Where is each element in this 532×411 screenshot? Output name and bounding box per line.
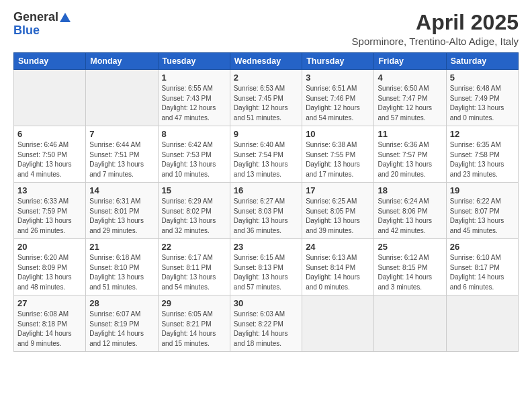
day-number: 13 — [17, 185, 82, 195]
day-info: Sunrise: 6:22 AM Sunset: 8:07 PM Dayligh… — [450, 197, 515, 236]
day-info: Sunrise: 6:18 AM Sunset: 8:10 PM Dayligh… — [89, 253, 154, 292]
logo-general-text: General — [13, 11, 58, 24]
day-info: Sunrise: 6:51 AM Sunset: 7:46 PM Dayligh… — [306, 84, 370, 123]
day-info: Sunrise: 6:25 AM Sunset: 8:05 PM Dayligh… — [306, 197, 370, 236]
calendar-cell: 1Sunrise: 6:55 AM Sunset: 7:43 PM Daylig… — [158, 70, 230, 126]
day-info: Sunrise: 6:50 AM Sunset: 7:47 PM Dayligh… — [378, 84, 442, 123]
calendar-cell: 7Sunrise: 6:44 AM Sunset: 7:51 PM Daylig… — [86, 126, 158, 183]
calendar-cell: 6Sunrise: 6:46 AM Sunset: 7:50 PM Daylig… — [14, 126, 86, 183]
day-info: Sunrise: 6:03 AM Sunset: 8:22 PM Dayligh… — [234, 310, 298, 349]
calendar-cell: 19Sunrise: 6:22 AM Sunset: 8:07 PM Dayli… — [446, 183, 518, 239]
day-info: Sunrise: 6:07 AM Sunset: 8:19 PM Dayligh… — [89, 310, 154, 349]
logo: General Blue — [13, 11, 71, 38]
day-number: 15 — [162, 185, 226, 195]
calendar-week-2: 13Sunrise: 6:33 AM Sunset: 7:59 PM Dayli… — [14, 183, 519, 239]
day-number: 7 — [89, 129, 154, 139]
col-sunday: Sunday — [14, 53, 86, 70]
day-number: 18 — [378, 185, 442, 195]
day-number: 4 — [378, 73, 442, 83]
day-info: Sunrise: 6:05 AM Sunset: 8:21 PM Dayligh… — [162, 310, 226, 349]
calendar-cell — [446, 295, 518, 352]
day-number: 8 — [162, 129, 226, 139]
calendar-cell: 11Sunrise: 6:36 AM Sunset: 7:57 PM Dayli… — [374, 126, 446, 183]
calendar-subtitle: Sporminore, Trentino-Alto Adige, Italy — [352, 36, 519, 47]
day-number: 25 — [378, 242, 442, 252]
calendar-cell: 15Sunrise: 6:29 AM Sunset: 8:02 PM Dayli… — [158, 183, 230, 239]
calendar-header: Sunday Monday Tuesday Wednesday Thursday… — [14, 53, 519, 70]
calendar-cell: 23Sunrise: 6:15 AM Sunset: 8:13 PM Dayli… — [230, 239, 302, 295]
calendar-cell: 28Sunrise: 6:07 AM Sunset: 8:19 PM Dayli… — [86, 295, 158, 352]
day-info: Sunrise: 6:27 AM Sunset: 8:03 PM Dayligh… — [234, 197, 298, 236]
day-number: 10 — [306, 129, 370, 139]
day-number: 26 — [450, 242, 515, 252]
calendar-cell: 25Sunrise: 6:12 AM Sunset: 8:15 PM Dayli… — [374, 239, 446, 295]
day-number: 6 — [17, 129, 82, 139]
calendar-table: Sunday Monday Tuesday Wednesday Thursday… — [13, 52, 519, 352]
logo-triangle-icon — [60, 13, 71, 22]
day-info: Sunrise: 6:46 AM Sunset: 7:50 PM Dayligh… — [17, 140, 82, 179]
calendar-week-4: 27Sunrise: 6:08 AM Sunset: 8:18 PM Dayli… — [14, 295, 519, 352]
day-number: 23 — [234, 242, 298, 252]
calendar-week-0: 1Sunrise: 6:55 AM Sunset: 7:43 PM Daylig… — [14, 70, 519, 126]
day-info: Sunrise: 6:15 AM Sunset: 8:13 PM Dayligh… — [234, 253, 298, 292]
calendar-cell: 3Sunrise: 6:51 AM Sunset: 7:46 PM Daylig… — [302, 70, 374, 126]
calendar-cell: 29Sunrise: 6:05 AM Sunset: 8:21 PM Dayli… — [158, 295, 230, 352]
day-number: 16 — [234, 185, 298, 195]
day-info: Sunrise: 6:20 AM Sunset: 8:09 PM Dayligh… — [17, 253, 82, 292]
calendar-week-1: 6Sunrise: 6:46 AM Sunset: 7:50 PM Daylig… — [14, 126, 519, 183]
calendar-cell: 2Sunrise: 6:53 AM Sunset: 7:45 PM Daylig… — [230, 70, 302, 126]
day-number: 12 — [450, 129, 515, 139]
calendar-cell: 24Sunrise: 6:13 AM Sunset: 8:14 PM Dayli… — [302, 239, 374, 295]
day-info: Sunrise: 6:17 AM Sunset: 8:11 PM Dayligh… — [162, 253, 226, 292]
calendar-cell — [86, 70, 158, 126]
title-block: April 2025 Sporminore, Trentino-Alto Adi… — [352, 11, 519, 47]
calendar-cell — [14, 70, 86, 126]
calendar-cell: 26Sunrise: 6:10 AM Sunset: 8:17 PM Dayli… — [446, 239, 518, 295]
day-number: 20 — [17, 242, 82, 252]
day-number: 1 — [162, 73, 226, 83]
calendar-cell: 10Sunrise: 6:38 AM Sunset: 7:55 PM Dayli… — [302, 126, 374, 183]
day-info: Sunrise: 6:24 AM Sunset: 8:06 PM Dayligh… — [378, 197, 442, 236]
calendar-cell: 8Sunrise: 6:42 AM Sunset: 7:53 PM Daylig… — [158, 126, 230, 183]
col-friday: Friday — [374, 53, 446, 70]
day-number: 11 — [378, 129, 442, 139]
day-info: Sunrise: 6:36 AM Sunset: 7:57 PM Dayligh… — [378, 140, 442, 179]
calendar-cell: 20Sunrise: 6:20 AM Sunset: 8:09 PM Dayli… — [14, 239, 86, 295]
page: General Blue April 2025 Sporminore, Tren… — [0, 0, 532, 411]
day-number: 14 — [89, 185, 154, 195]
day-number: 17 — [306, 185, 370, 195]
calendar-week-3: 20Sunrise: 6:20 AM Sunset: 8:09 PM Dayli… — [14, 239, 519, 295]
calendar-cell: 13Sunrise: 6:33 AM Sunset: 7:59 PM Dayli… — [14, 183, 86, 239]
day-number: 3 — [306, 73, 370, 83]
calendar-cell: 12Sunrise: 6:35 AM Sunset: 7:58 PM Dayli… — [446, 126, 518, 183]
day-info: Sunrise: 6:08 AM Sunset: 8:18 PM Dayligh… — [17, 310, 82, 349]
calendar-title: April 2025 — [352, 11, 519, 34]
day-info: Sunrise: 6:40 AM Sunset: 7:54 PM Dayligh… — [234, 140, 298, 179]
day-number: 27 — [17, 298, 82, 308]
day-info: Sunrise: 6:29 AM Sunset: 8:02 PM Dayligh… — [162, 197, 226, 236]
calendar-cell: 14Sunrise: 6:31 AM Sunset: 8:01 PM Dayli… — [86, 183, 158, 239]
calendar-cell: 18Sunrise: 6:24 AM Sunset: 8:06 PM Dayli… — [374, 183, 446, 239]
logo-blue-text: Blue — [13, 24, 40, 38]
day-info: Sunrise: 6:13 AM Sunset: 8:14 PM Dayligh… — [306, 253, 370, 292]
calendar-body: 1Sunrise: 6:55 AM Sunset: 7:43 PM Daylig… — [14, 70, 519, 352]
calendar-cell: 5Sunrise: 6:48 AM Sunset: 7:49 PM Daylig… — [446, 70, 518, 126]
calendar-cell — [374, 295, 446, 352]
day-info: Sunrise: 6:33 AM Sunset: 7:59 PM Dayligh… — [17, 197, 82, 236]
day-info: Sunrise: 6:48 AM Sunset: 7:49 PM Dayligh… — [450, 84, 515, 123]
header: General Blue April 2025 Sporminore, Tren… — [13, 11, 519, 47]
col-monday: Monday — [86, 53, 158, 70]
day-number: 2 — [234, 73, 298, 83]
calendar-cell: 9Sunrise: 6:40 AM Sunset: 7:54 PM Daylig… — [230, 126, 302, 183]
calendar-cell: 21Sunrise: 6:18 AM Sunset: 8:10 PM Dayli… — [86, 239, 158, 295]
day-number: 24 — [306, 242, 370, 252]
day-info: Sunrise: 6:31 AM Sunset: 8:01 PM Dayligh… — [89, 197, 154, 236]
header-row: Sunday Monday Tuesday Wednesday Thursday… — [14, 53, 519, 70]
day-info: Sunrise: 6:53 AM Sunset: 7:45 PM Dayligh… — [234, 84, 298, 123]
day-number: 22 — [162, 242, 226, 252]
day-number: 19 — [450, 185, 515, 195]
calendar-cell: 17Sunrise: 6:25 AM Sunset: 8:05 PM Dayli… — [302, 183, 374, 239]
day-number: 21 — [89, 242, 154, 252]
day-info: Sunrise: 6:35 AM Sunset: 7:58 PM Dayligh… — [450, 140, 515, 179]
col-wednesday: Wednesday — [230, 53, 302, 70]
